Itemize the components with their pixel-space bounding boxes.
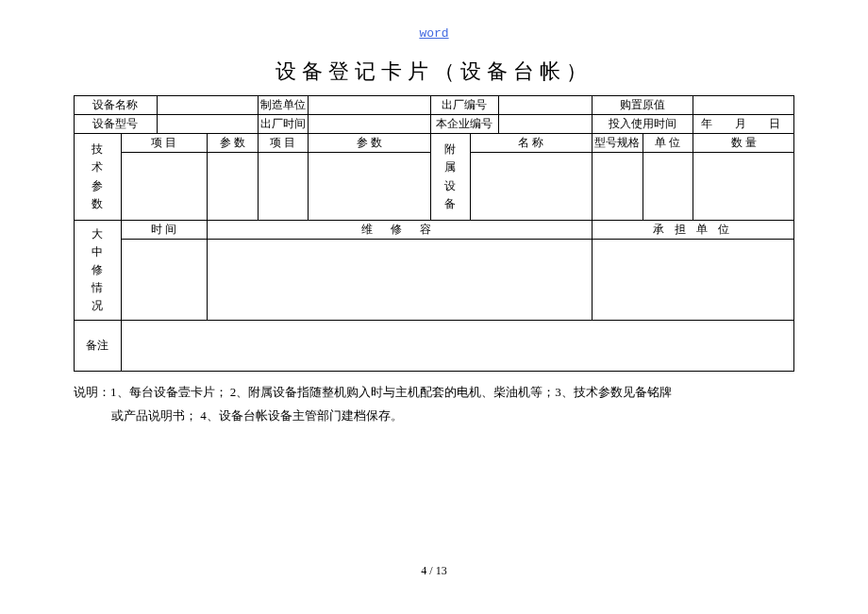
char: 技	[75, 141, 121, 158]
cell	[693, 153, 794, 221]
table-row: 设备型号 出厂时间 本企业编号 投入使用时间 年 月 日	[75, 115, 794, 134]
cell	[593, 153, 643, 221]
char: 附	[431, 141, 470, 158]
val-purchase-value	[693, 96, 794, 115]
notes-line1: 说明：1、每台设备壹卡片； 2、附属设备指随整机购入时与主机配套的电机、柴油机等…	[74, 381, 794, 405]
label-attachments: 附 属 设 备	[430, 134, 470, 221]
th-undertaker: 承 担 单 位	[593, 221, 794, 240]
th-param1: 参 数	[208, 134, 258, 153]
val-manufacturer	[308, 96, 430, 115]
val-use-date: 年 月 日	[693, 115, 794, 134]
th-time: 时 间	[121, 221, 208, 240]
label-factory-date: 出厂时间	[258, 115, 308, 134]
cell	[258, 153, 308, 221]
equipment-form-table: 设备名称 制造单位 出厂编号 购置原值 设备型号 出厂时间 本企业编号 投入使用…	[74, 95, 794, 372]
cell	[470, 153, 593, 221]
cell	[208, 240, 593, 321]
table-row: 设备名称 制造单位 出厂编号 购置原值	[75, 96, 794, 115]
cell	[593, 240, 794, 321]
label-tech-params: 技 术 参 数	[75, 134, 122, 221]
cell	[121, 240, 208, 321]
char: 术	[75, 158, 121, 176]
th-unit: 单 位	[643, 134, 693, 153]
label-enterprise-no: 本企业编号	[430, 115, 498, 134]
label-remark: 备注	[75, 321, 122, 372]
cell	[643, 153, 693, 221]
label-equip-model: 设备型号	[75, 115, 158, 134]
label-purchase-value: 购置原值	[593, 96, 693, 115]
form-table-wrap: 设备名称 制造单位 出厂编号 购置原值 设备型号 出厂时间 本企业编号 投入使用…	[74, 95, 794, 372]
header-word: word	[0, 0, 868, 41]
table-row: 备注	[75, 321, 794, 372]
th-content: 维 修 容	[208, 221, 593, 240]
label-use-date: 投入使用时间	[593, 115, 693, 134]
th-name: 名 称	[470, 134, 593, 153]
page-title: 设备登记卡片（设备台帐）	[0, 41, 868, 95]
char: 数	[75, 195, 121, 213]
label-equip-name: 设备名称	[75, 96, 158, 115]
th-item2: 项 目	[258, 134, 308, 153]
val-remark	[121, 321, 793, 372]
label-manufacturer: 制造单位	[258, 96, 308, 115]
val-factory-date	[308, 115, 430, 134]
th-item1: 项 目	[121, 134, 208, 153]
val-factory-no	[499, 96, 593, 115]
notes-line2: 或产品说明书； 4、设备台帐设备主管部门建档保存。	[74, 405, 794, 428]
th-qty: 数 量	[693, 134, 794, 153]
char: 修	[75, 261, 121, 279]
char: 属	[431, 158, 470, 176]
val-equip-model	[157, 115, 258, 134]
char: 大	[75, 225, 121, 243]
cell	[208, 153, 258, 221]
label-factory-no: 出厂编号	[430, 96, 498, 115]
label-repair: 大 中 修 情 况	[75, 221, 122, 321]
notes: 说明：1、每台设备壹卡片； 2、附属设备指随整机购入时与主机配套的电机、柴油机等…	[74, 381, 794, 427]
table-row: 大 中 修 情 况 时 间 维 修 容 承 担 单 位	[75, 221, 794, 240]
table-row	[75, 240, 794, 321]
val-equip-name	[157, 96, 258, 115]
table-row: 技 术 参 数 项 目 参 数 项 目 参 数 附 属 设 备 名 称 型号规格…	[75, 134, 794, 153]
th-spec: 型号规格	[593, 134, 643, 153]
char: 备	[431, 195, 470, 213]
char: 中	[75, 243, 121, 261]
cell	[308, 153, 430, 221]
page-number: 4 / 13	[0, 564, 868, 578]
char: 况	[75, 297, 121, 315]
char: 参	[75, 177, 121, 195]
char: 情	[75, 279, 121, 297]
cell	[121, 153, 208, 221]
val-enterprise-no	[499, 115, 593, 134]
th-param2: 参 数	[308, 134, 430, 153]
char: 设	[431, 177, 470, 195]
